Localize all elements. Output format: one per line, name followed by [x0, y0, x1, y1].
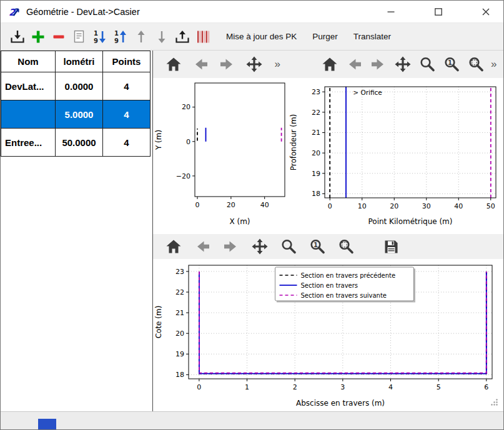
svg-text:22: 22: [175, 288, 184, 296]
svg-text:21: 21: [175, 309, 184, 317]
nav-pan-button[interactable]: [245, 55, 264, 74]
taskbar-app-icon[interactable]: [38, 419, 56, 429]
home-icon: [321, 56, 338, 73]
svg-text:Section en travers suivante: Section en travers suivante: [301, 292, 387, 299]
nav-home-button[interactable]: [164, 55, 183, 74]
minimize-button[interactable]: [375, 1, 407, 22]
nav-zoom-button[interactable]: [279, 237, 298, 256]
move-up-button[interactable]: [133, 29, 149, 45]
update-pk-button[interactable]: Mise à jour des PK: [220, 29, 302, 44]
nav-save-button[interactable]: [382, 237, 400, 256]
nav-forward-button[interactable]: [369, 55, 388, 74]
nav-home-button[interactable]: [164, 237, 183, 256]
resize-grip[interactable]: [490, 398, 498, 409]
svg-text:10: 10: [358, 202, 367, 210]
svg-text:22: 22: [312, 109, 320, 117]
cell-nom[interactable]: Entree...: [1, 129, 56, 157]
magnifier-select-icon: [337, 238, 355, 255]
remove-button[interactable]: [51, 29, 67, 45]
minimize-icon: [387, 8, 395, 16]
sort-descending-button[interactable]: [92, 29, 108, 45]
title-bar[interactable]: Géométrie - DevLat->Casier: [1, 1, 503, 23]
nav-pan-button[interactable]: [250, 237, 269, 256]
cell-pk[interactable]: 50.0000: [56, 129, 103, 157]
nav-zoom-button[interactable]: [418, 55, 437, 74]
close-button[interactable]: [470, 1, 502, 22]
profile-chart[interactable]: 01020304050181920212223Point Kilométriqu…: [288, 78, 503, 229]
export-button[interactable]: [174, 29, 190, 45]
nav-zoom-1to1-button[interactable]: [308, 237, 327, 256]
maximize-button[interactable]: [423, 1, 454, 22]
window-controls: [375, 1, 503, 22]
minus-icon: [51, 29, 67, 45]
magnifier-1-icon: [309, 238, 326, 255]
nav-forward-button[interactable]: [218, 55, 237, 74]
table-row[interactable]: Entree... 50.0000 4: [1, 129, 151, 157]
forward-arrow-icon: [219, 56, 236, 73]
toolbar-overflow-button[interactable]: »: [491, 58, 499, 71]
cross-section-chart[interactable]: 0123456181920212223Abscisse en travers (…: [153, 259, 500, 411]
svg-text:20: 20: [312, 149, 320, 157]
svg-text:19: 19: [175, 350, 184, 358]
cell-points[interactable]: 4: [103, 72, 151, 100]
edit-button[interactable]: [71, 29, 87, 45]
cell-pk[interactable]: 0.0000: [56, 72, 103, 100]
svg-text:Section en travers précédente: Section en travers précédente: [301, 272, 396, 279]
sections-stripes-button[interactable]: [195, 29, 211, 45]
nav-forward-button[interactable]: [222, 237, 240, 256]
table-row[interactable]: DevLat... 0.0000 4: [1, 72, 151, 100]
purger-button[interactable]: Purger: [307, 29, 343, 44]
cell-nom[interactable]: DevLat...: [1, 72, 56, 100]
pan-icon: [245, 56, 263, 73]
plots-area: » 02040−20020X (m)Y (m) »: [153, 51, 504, 411]
nav-zoom-1to1-button[interactable]: [442, 55, 461, 74]
svg-text:30: 30: [422, 202, 431, 210]
translater-button[interactable]: Translater: [348, 29, 397, 44]
add-button[interactable]: [30, 29, 46, 45]
svg-text:Abscisse en travers (m): Abscisse en travers (m): [296, 399, 385, 408]
sections-table: Nom lométri Points DevLat... 0.0000 4 5.…: [1, 51, 151, 157]
sort-descending-icon: [92, 29, 108, 45]
cell-points[interactable]: 4: [103, 100, 151, 129]
close-icon: [482, 8, 490, 16]
nav-pan-button[interactable]: [393, 55, 412, 74]
back-arrow-icon: [194, 238, 211, 255]
sort-ascending-icon: [112, 29, 129, 45]
svg-text:X (m): X (m): [229, 217, 250, 226]
table-row-selected[interactable]: 5.0000 4: [1, 100, 151, 129]
cell-points[interactable]: 4: [103, 129, 151, 157]
column-header-nom[interactable]: Nom: [1, 51, 56, 72]
svg-text:3: 3: [340, 383, 345, 391]
sections-table-panel: Nom lométri Points DevLat... 0.0000 4 5.…: [1, 51, 153, 411]
svg-text:0: 0: [197, 383, 201, 391]
toolbar-overflow-button[interactable]: »: [275, 58, 283, 71]
plan-view-nav-toolbar: »: [153, 51, 288, 78]
svg-text:19: 19: [312, 170, 320, 178]
cell-nom[interactable]: [1, 100, 56, 129]
save-icon: [382, 238, 400, 255]
move-down-button[interactable]: [154, 29, 170, 45]
main-area: Nom lométri Points DevLat... 0.0000 4 5.…: [1, 51, 503, 411]
svg-text:23: 23: [175, 268, 184, 276]
nav-zoom-select-button[interactable]: [337, 237, 355, 256]
magnifier-icon: [418, 56, 436, 73]
arrow-down-icon: [154, 29, 170, 45]
nav-zoom-select-button[interactable]: [467, 55, 485, 74]
svg-text:40: 40: [260, 201, 269, 209]
svg-text:4: 4: [388, 383, 393, 391]
nav-back-button[interactable]: [193, 237, 212, 256]
top-plots-row: » 02040−20020X (m)Y (m) »: [153, 51, 504, 229]
nav-back-button[interactable]: [345, 55, 363, 74]
svg-text:−20: −20: [176, 172, 190, 180]
cell-pk[interactable]: 5.0000: [56, 100, 103, 129]
column-header-kilometrique[interactable]: lométri: [56, 51, 103, 72]
import-button[interactable]: [9, 29, 26, 45]
nav-home-button[interactable]: [320, 55, 339, 74]
sort-ascending-button[interactable]: [112, 29, 129, 45]
column-header-points[interactable]: Points: [103, 51, 151, 72]
svg-text:6: 6: [484, 383, 488, 391]
cross-section-nav-toolbar: [153, 234, 504, 259]
nav-back-button[interactable]: [191, 55, 210, 74]
plan-view-chart[interactable]: 02040−20020X (m)Y (m): [153, 78, 288, 229]
forward-arrow-icon: [370, 56, 387, 73]
